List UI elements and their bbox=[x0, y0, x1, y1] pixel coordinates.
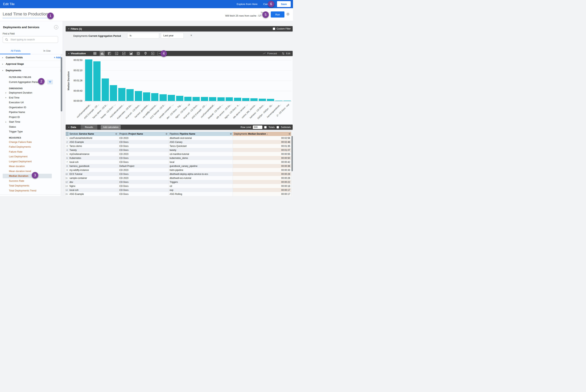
table-cell[interactable]: cd bbox=[168, 184, 233, 188]
line-chart-icon[interactable] bbox=[121, 51, 126, 56]
table-cell[interactable]: 00:01:07 bbox=[233, 148, 291, 152]
row-limit-input[interactable] bbox=[253, 126, 262, 129]
subtotals-checkbox[interactable] bbox=[277, 126, 279, 128]
table-row[interactable]: 14local-sshCD Docsexp00:00:17 bbox=[66, 188, 293, 192]
column-header[interactable]: PipelinesPipeline Name⚙ bbox=[168, 132, 233, 136]
sidebar-field[interactable]: Execution Url bbox=[0, 100, 63, 105]
table-row[interactable]: 11sample-containerCD 2023dbothwell-ecs-t… bbox=[66, 176, 293, 180]
table-cell[interactable]: CD Docs bbox=[118, 184, 168, 188]
chart-bar[interactable] bbox=[242, 98, 249, 101]
chart-bar[interactable] bbox=[93, 61, 100, 101]
chart-bar[interactable] bbox=[176, 96, 183, 101]
tile-title-input[interactable]: Lead Time to Production bbox=[3, 12, 48, 18]
chart-bar[interactable] bbox=[184, 97, 191, 101]
column-header[interactable]: DeploymentsMedian Duration↓⚙ bbox=[233, 132, 291, 136]
chart-bar[interactable] bbox=[118, 88, 125, 101]
chart-bar[interactable] bbox=[283, 100, 291, 101]
chart-bar[interactable] bbox=[209, 97, 216, 101]
table-cell[interactable]: 00:02:48 bbox=[233, 140, 291, 144]
table-cell[interactable]: dbothwell-cicd-tutorial bbox=[168, 136, 233, 140]
sidebar-field[interactable]: Pipeline Name bbox=[0, 110, 63, 115]
table-row[interactable]: 5myGrafanaInstanceCD 2023cd-manifest-tut… bbox=[66, 152, 293, 156]
table-scrollbar-thumb[interactable] bbox=[291, 136, 293, 171]
chart-bar[interactable] bbox=[226, 97, 233, 101]
chart-bar[interactable] bbox=[217, 97, 225, 101]
table-cell[interactable]: local-ssh bbox=[68, 188, 118, 192]
add-custom-field-button[interactable]: + Add bbox=[54, 56, 61, 59]
chart-bar[interactable] bbox=[151, 93, 158, 101]
sidebar-field[interactable]: Status bbox=[0, 124, 63, 129]
table-row[interactable]: 9my-wildfly-instanceCD 2023helm-pipeline… bbox=[66, 168, 293, 172]
table-cell[interactable]: CD Docs bbox=[118, 192, 168, 196]
chart-bar[interactable] bbox=[259, 99, 266, 101]
table-row[interactable]: 1cicdTutorialHelloWorldCD 2023dbothwell-… bbox=[66, 136, 293, 140]
table-cell[interactable]: Kubernetes bbox=[68, 156, 118, 160]
table-cell[interactable]: CD 2023 bbox=[118, 168, 168, 172]
sidebar-field[interactable]: ▸End Time bbox=[0, 95, 63, 100]
table-cell[interactable]: kubernetes_demo bbox=[168, 156, 233, 160]
explore-from-here-button[interactable]: Explore from Here bbox=[237, 3, 258, 6]
table-cell[interactable]: myGrafanaInstance bbox=[68, 152, 118, 156]
table-cell[interactable]: Tanzu Quickstart bbox=[168, 144, 233, 148]
column-chart-icon[interactable] bbox=[99, 51, 105, 56]
table-cell[interactable]: Triggers bbox=[168, 180, 233, 184]
caret-down-icon[interactable]: ▾ bbox=[68, 52, 69, 54]
chart-bar[interactable] bbox=[250, 98, 258, 101]
table-cell[interactable]: ECS Tutorial bbox=[68, 172, 118, 176]
chart-bar[interactable] bbox=[168, 95, 175, 101]
gear-icon[interactable]: ⚙ bbox=[288, 132, 291, 135]
sidebar-field[interactable]: Mean duration bbox=[0, 164, 63, 169]
sidebar-field[interactable]: Longest Deployment bbox=[0, 159, 63, 164]
table-cell[interactable]: ASG Canary bbox=[168, 140, 233, 144]
column-header[interactable]: ServicesService Name⚙ bbox=[68, 132, 118, 136]
totals-checkbox[interactable] bbox=[264, 126, 267, 128]
sidebar-field[interactable]: Failed Deployments bbox=[0, 144, 63, 149]
table-cell[interactable]: dev bbox=[68, 180, 118, 184]
chart-bar[interactable] bbox=[267, 99, 274, 101]
table-row[interactable]: 8harness_guestbookDefault Projectguestbo… bbox=[66, 164, 293, 168]
table-row[interactable]: 2ASG ExampleCD DocsASG Canary00:02:48 bbox=[66, 140, 293, 144]
sidebar-item-approval-stage[interactable]: ▸ Approval Stage bbox=[0, 61, 63, 67]
filter-operator-select[interactable]: is bbox=[127, 33, 159, 38]
table-cell[interactable]: local bbox=[168, 160, 233, 164]
sidebar-item-deployments[interactable]: ▾ Deployments 2 bbox=[0, 67, 63, 74]
chart-bar[interactable] bbox=[159, 94, 167, 101]
gear-icon[interactable]: ⚙ bbox=[230, 132, 232, 135]
table-cell[interactable]: helm-pipeline bbox=[168, 168, 233, 172]
run-button[interactable]: Run bbox=[271, 12, 284, 18]
sidebar-field[interactable]: Trigger Type bbox=[0, 129, 63, 134]
table-cell[interactable]: CD Docs bbox=[118, 148, 168, 152]
gear-icon[interactable]: ⚙ bbox=[115, 132, 117, 135]
table-row[interactable]: 12devCD DocsTriggers00:00:22 bbox=[66, 180, 293, 184]
pie-chart-icon[interactable] bbox=[136, 51, 141, 56]
remove-filter-icon[interactable]: × bbox=[190, 34, 192, 37]
table-cell[interactable]: 00:00:36 bbox=[233, 164, 291, 168]
chart-bar[interactable] bbox=[102, 78, 109, 101]
table-cell[interactable]: dbothwell-deploy-alpha-service-to-ecs bbox=[168, 172, 233, 176]
table-cell[interactable]: my-wildfly-instance bbox=[68, 168, 118, 172]
gear-icon[interactable]: ⚙ bbox=[165, 132, 167, 135]
sidebar-field-current-aggregation-period[interactable]: Current Aggregation Period bbox=[0, 79, 63, 85]
field-search-box[interactable] bbox=[3, 36, 58, 43]
tab-all-fields[interactable]: All Fields bbox=[0, 48, 31, 54]
table-cell[interactable]: exp bbox=[168, 188, 233, 192]
column-header[interactable]: ProjectsProject Name⚙ bbox=[118, 132, 168, 136]
table-cell[interactable]: Tanzu demo bbox=[68, 144, 118, 148]
table-cell[interactable]: CD Docs bbox=[118, 180, 168, 184]
chart-bar[interactable] bbox=[85, 60, 92, 101]
table-cell[interactable]: CD 2023 bbox=[118, 176, 168, 180]
table-cell[interactable]: 00:01:35 bbox=[233, 144, 291, 148]
sidebar-field[interactable]: Project ID bbox=[0, 115, 63, 120]
table-cell[interactable]: CD Docs bbox=[118, 188, 168, 192]
table-cell[interactable]: sample-container bbox=[68, 176, 118, 180]
sidebar-field[interactable]: Success Rate bbox=[0, 178, 63, 184]
table-cell[interactable]: 00:00:50 bbox=[233, 156, 291, 160]
table-row[interactable]: 15ASG ExampleCD DocsASG Rolling00:00:17 bbox=[66, 192, 293, 196]
filter-toggle-button[interactable] bbox=[47, 80, 53, 84]
table-cell[interactable]: CD Docs bbox=[118, 160, 168, 164]
sidebar-field[interactable]: ▸Start Time bbox=[0, 120, 63, 124]
table-cell[interactable]: 00:00:17 bbox=[233, 188, 291, 192]
add-calculation-button[interactable]: Add calculation bbox=[101, 125, 121, 130]
table-icon[interactable] bbox=[92, 51, 97, 56]
caret-down-icon[interactable]: ▾ bbox=[68, 28, 69, 30]
